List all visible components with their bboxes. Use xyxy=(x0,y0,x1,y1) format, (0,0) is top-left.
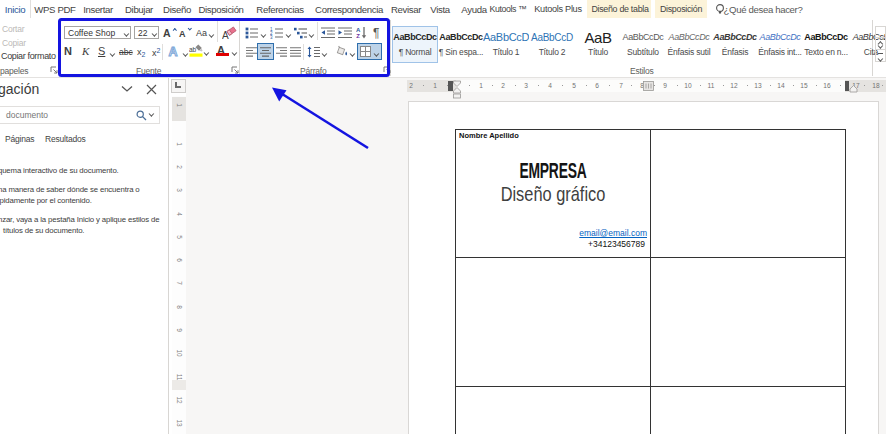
svg-text:Z: Z xyxy=(356,33,360,39)
svg-text:A: A xyxy=(356,27,361,33)
svg-text:A: A xyxy=(169,45,178,58)
svg-text:ab: ab xyxy=(189,46,197,53)
svg-text:3: 3 xyxy=(270,35,273,39)
